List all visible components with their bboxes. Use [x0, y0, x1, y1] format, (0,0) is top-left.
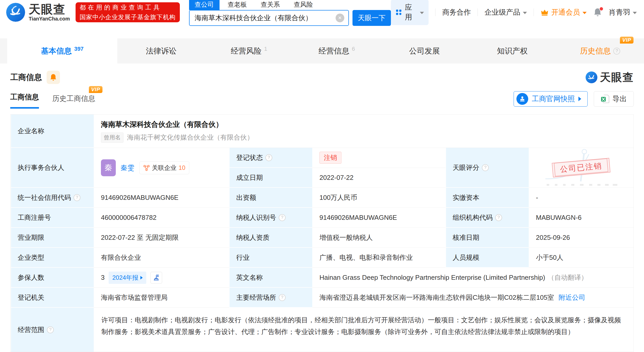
credit-code-cell: 91469026MABUWAGN6E: [94, 188, 229, 208]
official-snapshot-button[interactable]: 工商官网快照: [514, 91, 588, 107]
insured-chart-button[interactable]: [150, 272, 162, 284]
related-companies-chip[interactable]: 关联企业 10: [139, 161, 189, 174]
export-label: 导出: [612, 94, 627, 104]
header-gap: [0, 25, 644, 38]
help-icon[interactable]: [482, 164, 489, 171]
field-label: 纳税人识别号: [229, 208, 312, 228]
paid-capital-cell: -: [529, 188, 633, 208]
chevron-down-icon: [633, 12, 637, 14]
help-icon[interactable]: [279, 214, 286, 221]
table-row-business-scope: 经营范围 许可项目：电视剧制作；电视剧发行；电影发行（依法须经批准的项目，经相关…: [11, 308, 633, 352]
subtab-label: 历史工商信息: [52, 95, 95, 102]
field-label: 纳税人资质: [229, 228, 312, 248]
subtab-business-info[interactable]: 工商信息: [10, 92, 39, 109]
tab-count: 397: [74, 46, 84, 52]
help-icon[interactable]: [265, 154, 272, 161]
staff-size-cell: 小于50人: [529, 248, 633, 268]
annual-report-link[interactable]: 2024年报: [109, 272, 146, 284]
promo-line1: 都在用的商业查询工具: [80, 3, 176, 12]
table-row: 工商注册号 460000006478782 纳税人识别号 91469026MAB…: [11, 208, 633, 228]
nav-cooperation[interactable]: 商务合作: [442, 7, 471, 17]
apps-menu-button[interactable]: 应用: [391, 0, 429, 25]
tab-count: 1: [264, 46, 267, 52]
field-label: 实缴资本: [445, 188, 529, 208]
excel-icon: [601, 94, 609, 103]
table-row: 统一社会信用代码 91469026MABUWAGN6E 出资额 100万人民币 …: [11, 188, 633, 208]
search-input[interactable]: [195, 14, 336, 22]
tab-legal[interactable]: 法律诉讼: [117, 38, 205, 64]
field-label: 营业期限: [11, 228, 94, 248]
reg-status-row: 登记状态 注销: [229, 148, 445, 168]
search-area: 查公司 查老板 查关系 查风险 天眼一下: [189, 0, 391, 26]
tab-label: 法律诉讼: [146, 46, 176, 56]
approval-date-cell: 2025-09-26: [529, 228, 633, 248]
search-row: 天眼一下: [189, 10, 391, 26]
subtab-history-business-info[interactable]: 历史工商信息 VIP: [52, 94, 95, 109]
field-label: 核准日期: [445, 228, 529, 248]
main-tab-bar: 基本信息 397 法律诉讼 经营风险 1 经营信息 6 公司发展 知识产权 历史…: [0, 38, 644, 64]
english-name: Hainan Grass Deep Technology Partnership…: [319, 274, 545, 282]
avatar[interactable]: 秦: [101, 159, 116, 176]
partner-name-link[interactable]: 秦雯: [120, 163, 134, 172]
auto-translate-note: （自动翻译）: [548, 273, 588, 282]
relation-graph-icon: [143, 164, 150, 171]
export-button[interactable]: 导出: [594, 91, 634, 107]
score-cell: 公司已注销: [529, 148, 633, 188]
search-submit-button[interactable]: 天眼一下: [352, 10, 391, 26]
apps-label: 应用: [405, 3, 417, 22]
clear-search-icon[interactable]: [336, 14, 344, 22]
open-vip-button[interactable]: 开通会员: [541, 7, 587, 17]
help-icon[interactable]: [495, 214, 502, 221]
table-row: 登记机关 海南省市场监督管理局 主要经营场所 海南省澄迈县老城镇开发区南一环路海…: [11, 288, 633, 308]
nav-divider: [534, 8, 534, 16]
tab-operating-info[interactable]: 经营信息 6: [293, 38, 381, 64]
related-count: 10: [179, 164, 185, 171]
field-label: 登记机关: [11, 288, 94, 308]
tab-basic-info[interactable]: 基本信息 397: [7, 38, 117, 64]
est-date-cell: 2022-07-22: [312, 168, 445, 188]
taxpayer-id-label: 纳税人识别号: [236, 213, 276, 222]
reg-status-label: 登记状态: [236, 153, 263, 162]
nav-enterprise-products[interactable]: 企业级产品: [484, 7, 527, 17]
search-tab-risk[interactable]: 查风险: [288, 0, 319, 10]
section-header: 工商信息 天眼查: [0, 64, 644, 85]
search-tab-boss[interactable]: 查老板: [222, 0, 253, 10]
field-label: 参保人数: [11, 268, 94, 288]
search-tab-relation[interactable]: 查关系: [255, 0, 286, 10]
subscribe-bell-button[interactable]: [47, 71, 60, 84]
bell-icon: [50, 74, 57, 81]
report-flag-icon: [153, 274, 160, 281]
related-label: 关联企业: [152, 164, 176, 172]
notification-dot: [599, 7, 604, 11]
nearby-companies-link[interactable]: 附近公司: [559, 293, 585, 302]
notifications-button[interactable]: [593, 8, 602, 17]
field-label: 出资额: [229, 188, 312, 208]
field-label: 登记状态: [229, 148, 312, 168]
tab-company-development[interactable]: 公司发展: [381, 38, 469, 64]
crown-icon: [541, 9, 549, 16]
tianyancha-logo-icon: [6, 3, 25, 22]
company-type-cell: 有限合伙企业: [94, 248, 229, 268]
address-text: 海南省澄迈县老城镇开发区南一环路海南生态软件园C地块一期C02栋二层105室: [319, 293, 554, 302]
business-scope-label: 经营范围: [18, 325, 44, 334]
tab-history-info[interactable]: 历史信息 VIP: [556, 38, 644, 64]
help-icon[interactable]: [74, 194, 80, 201]
business-scope-cell: 许可项目：电视剧制作；电视剧发行；电影发行（依法须经批准的项目，经相关部门批准后…: [94, 308, 633, 352]
help-icon[interactable]: [279, 294, 286, 301]
search-tabs: 查公司 查老板 查关系 查风险: [189, 0, 391, 10]
help-icon[interactable]: [47, 326, 54, 333]
tab-intellectual-property[interactable]: 知识产权: [469, 38, 556, 64]
taxpayer-quality-cell: 增值税一般纳税人: [312, 228, 445, 248]
brand-domain: TianYanCha.com: [29, 16, 70, 22]
enterprise-label: 企业级产品: [484, 7, 520, 17]
help-icon[interactable]: [613, 48, 620, 55]
search-tab-company[interactable]: 查公司: [189, 0, 220, 10]
tab-operating-risk[interactable]: 经营风险 1: [205, 38, 293, 64]
chevron-down-icon: [420, 12, 424, 14]
table-row: 企业类型 有限合伙企业 行业 广播、电视、电影和录音制作业 人员规模 小于50人: [11, 248, 633, 268]
user-menu[interactable]: 肖青羽: [609, 7, 637, 17]
former-name: 海南花千树文化传媒合伙企业（有限合伙）: [127, 133, 254, 142]
brand-logo[interactable]: 天眼查 TianYanCha.com: [6, 3, 70, 22]
tianyancha-watermark: 天眼查: [586, 70, 634, 85]
nav-divider: [435, 8, 435, 16]
